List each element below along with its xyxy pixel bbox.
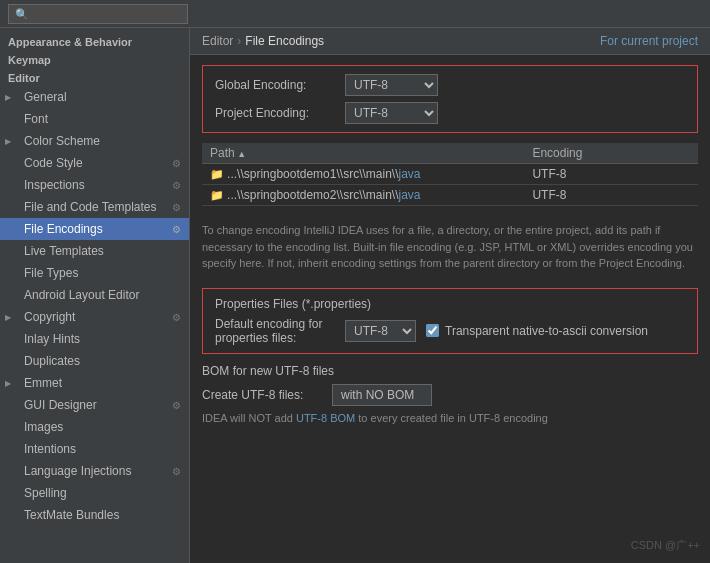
sidebar-item-file-encodings[interactable]: File Encodings ⚙ bbox=[0, 218, 189, 240]
info-text: To change encoding IntelliJ IDEA uses fo… bbox=[202, 214, 698, 280]
sidebar-item-duplicates[interactable]: Duplicates bbox=[0, 350, 189, 372]
breadcrumb-separator: › bbox=[237, 34, 241, 48]
default-encoding-properties-label: Default encoding for properties files: bbox=[215, 317, 345, 345]
table-row: ...\\springbootdemo1\\src\\main\\java UT… bbox=[202, 164, 698, 185]
sidebar-item-spelling[interactable]: Spelling bbox=[0, 482, 189, 504]
properties-section-title: Properties Files (*.properties) bbox=[215, 297, 685, 311]
bom-section: BOM for new UTF-8 files Create UTF-8 fil… bbox=[202, 364, 698, 424]
project-encoding-label: Project Encoding: bbox=[215, 106, 345, 120]
content-area: Editor › File Encodings For current proj… bbox=[190, 28, 710, 563]
sidebar-item-inlay-hints[interactable]: Inlay Hints bbox=[0, 328, 189, 350]
sidebar-item-intentions[interactable]: Intentions bbox=[0, 438, 189, 460]
table-cell-encoding-2: UTF-8 bbox=[524, 185, 698, 206]
sidebar: Appearance & Behavior Keymap Editor Gene… bbox=[0, 28, 190, 563]
sidebar-item-language-injections[interactable]: Language Injections ⚙ bbox=[0, 460, 189, 482]
sidebar-section-keymap[interactable]: Keymap bbox=[0, 50, 189, 68]
bom-section-title: BOM for new UTF-8 files bbox=[202, 364, 698, 378]
bom-note: IDEA will NOT add UTF-8 BOM to every cre… bbox=[202, 412, 698, 424]
sidebar-section-appearance[interactable]: Appearance & Behavior bbox=[0, 32, 189, 50]
table-cell-path-2: ...\\springbootdemo2\\src\\main\\java bbox=[202, 185, 524, 206]
transparent-checkbox-row: Transparent native-to-ascii conversion bbox=[426, 324, 648, 338]
transparent-checkbox[interactable] bbox=[426, 324, 439, 337]
project-encoding-row: Project Encoding: UTF-8 UTF-16 ISO-8859-… bbox=[215, 102, 685, 124]
breadcrumb-project-link[interactable]: For current project bbox=[600, 34, 698, 48]
top-bar bbox=[0, 0, 710, 28]
sidebar-item-gui-designer[interactable]: GUI Designer ⚙ bbox=[0, 394, 189, 416]
language-injections-icon: ⚙ bbox=[172, 466, 181, 477]
breadcrumb-current: File Encodings bbox=[245, 34, 324, 48]
sidebar-item-font[interactable]: Font bbox=[0, 108, 189, 130]
sidebar-item-android-layout[interactable]: Android Layout Editor bbox=[0, 284, 189, 306]
file-encodings-icon: ⚙ bbox=[172, 224, 181, 235]
sidebar-item-textmate[interactable]: TextMate Bundles bbox=[0, 504, 189, 526]
bom-link: UTF-8 BOM bbox=[296, 412, 355, 424]
sidebar-item-copyright[interactable]: Copyright ⚙ bbox=[0, 306, 189, 328]
settings-panel: Global Encoding: UTF-8 UTF-16 ISO-8859-1… bbox=[190, 55, 710, 563]
search-input[interactable] bbox=[8, 4, 188, 24]
main-layout: Appearance & Behavior Keymap Editor Gene… bbox=[0, 28, 710, 563]
gui-designer-icon: ⚙ bbox=[172, 400, 181, 411]
create-utf8-label: Create UTF-8 files: bbox=[202, 388, 332, 402]
default-encoding-row: Default encoding for properties files: U… bbox=[215, 317, 685, 345]
sidebar-section-editor[interactable]: Editor bbox=[0, 68, 189, 86]
breadcrumb: Editor › File Encodings For current proj… bbox=[190, 28, 710, 55]
table-cell-encoding-1: UTF-8 bbox=[524, 164, 698, 185]
code-style-icon: ⚙ bbox=[172, 158, 181, 169]
default-encoding-properties-select[interactable]: UTF-8 UTF-16 bbox=[345, 320, 416, 342]
file-encoding-table: Path Encoding ...\\springbootdemo1\\src\… bbox=[202, 143, 698, 206]
sidebar-item-file-code-templates[interactable]: File and Code Templates ⚙ bbox=[0, 196, 189, 218]
table-row: ...\\springbootdemo2\\src\\main\\java UT… bbox=[202, 185, 698, 206]
sidebar-item-color-scheme[interactable]: Color Scheme bbox=[0, 130, 189, 152]
encoding-settings-box: Global Encoding: UTF-8 UTF-16 ISO-8859-1… bbox=[202, 65, 698, 133]
sidebar-item-emmet[interactable]: Emmet bbox=[0, 372, 189, 394]
global-encoding-select[interactable]: UTF-8 UTF-16 ISO-8859-1 bbox=[345, 74, 438, 96]
inspections-icon: ⚙ bbox=[172, 180, 181, 191]
sidebar-item-images[interactable]: Images bbox=[0, 416, 189, 438]
create-utf8-row: Create UTF-8 files: with NO BOM bbox=[202, 384, 698, 406]
col-encoding-header: Encoding bbox=[524, 143, 698, 164]
transparent-label: Transparent native-to-ascii conversion bbox=[445, 324, 648, 338]
table-cell-path-1: ...\\springbootdemo1\\src\\main\\java bbox=[202, 164, 524, 185]
file-code-templates-icon: ⚙ bbox=[172, 202, 181, 213]
global-encoding-label: Global Encoding: bbox=[215, 78, 345, 92]
sidebar-item-code-style[interactable]: Code Style ⚙ bbox=[0, 152, 189, 174]
create-utf8-value: with NO BOM bbox=[332, 384, 432, 406]
sidebar-item-general[interactable]: General bbox=[0, 86, 189, 108]
breadcrumb-parent: Editor bbox=[202, 34, 233, 48]
sidebar-item-inspections[interactable]: Inspections ⚙ bbox=[0, 174, 189, 196]
project-encoding-select[interactable]: UTF-8 UTF-16 ISO-8859-1 bbox=[345, 102, 438, 124]
global-encoding-row: Global Encoding: UTF-8 UTF-16 ISO-8859-1 bbox=[215, 74, 685, 96]
sidebar-item-file-types[interactable]: File Types bbox=[0, 262, 189, 284]
properties-section-box: Properties Files (*.properties) Default … bbox=[202, 288, 698, 354]
copyright-icon: ⚙ bbox=[172, 312, 181, 323]
col-path-header: Path bbox=[202, 143, 524, 164]
sidebar-item-live-templates[interactable]: Live Templates bbox=[0, 240, 189, 262]
